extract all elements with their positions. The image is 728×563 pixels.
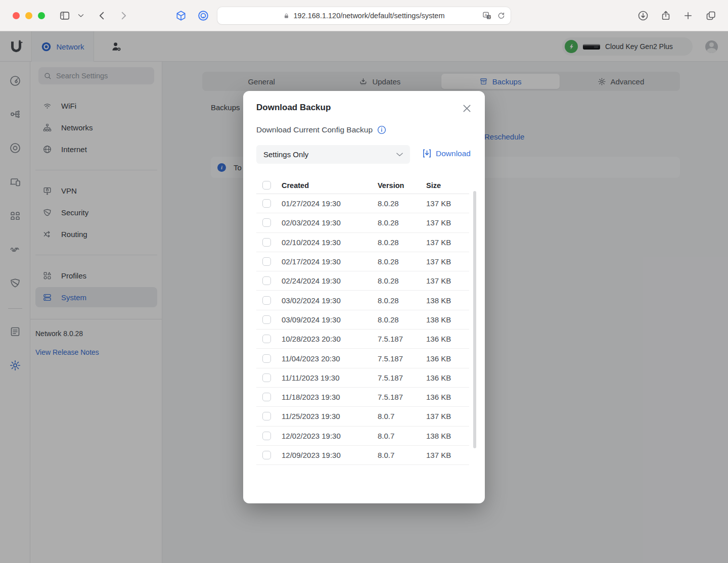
row-checkbox[interactable] xyxy=(262,451,271,459)
backup-scope-value: Settings Only xyxy=(263,150,308,159)
backup-row[interactable]: 11/18/2023 19:30 7.5.187 136 KB xyxy=(256,388,469,407)
backup-table: Created Version Size 01/27/2024 19:30 8.… xyxy=(256,177,469,465)
backup-version: 8.0.7 xyxy=(378,432,426,440)
row-checkbox[interactable] xyxy=(262,335,271,343)
row-checkbox[interactable] xyxy=(262,393,271,401)
backup-created: 12/09/2023 19:30 xyxy=(282,451,378,459)
sidebar-toggle-icon[interactable] xyxy=(59,10,70,21)
backup-size: 138 KB xyxy=(426,296,469,305)
backup-row[interactable]: 02/17/2024 19:30 8.0.28 137 KB xyxy=(256,252,469,271)
lock-icon xyxy=(283,13,290,19)
download-backup-modal: Download Backup Download Current Config … xyxy=(243,91,485,503)
backup-size: 137 KB xyxy=(426,412,469,420)
row-checkbox[interactable] xyxy=(262,199,271,208)
row-checkbox[interactable] xyxy=(262,315,271,324)
row-checkbox[interactable] xyxy=(262,354,271,363)
backup-row[interactable]: 11/04/2023 20:30 7.5.187 136 KB xyxy=(256,349,469,368)
extension-cube-icon[interactable] xyxy=(175,10,187,22)
backup-created: 01/27/2024 19:30 xyxy=(282,199,378,208)
sidebar-chevron-down-icon[interactable] xyxy=(78,14,84,18)
backup-created: 03/02/2024 19:30 xyxy=(282,296,378,305)
config-info-icon[interactable] xyxy=(377,125,386,134)
backup-row[interactable]: 02/03/2024 19:30 8.0.28 137 KB xyxy=(256,213,469,232)
chevron-down-icon xyxy=(396,153,403,157)
download-tray-icon xyxy=(422,149,432,158)
column-created: Created xyxy=(282,181,378,190)
zoom-window-button[interactable] xyxy=(38,12,45,19)
row-checkbox[interactable] xyxy=(262,276,271,285)
backup-size: 137 KB xyxy=(426,218,469,227)
address-bar[interactable]: 192.168.1.120/network/default/settings/s… xyxy=(217,7,511,24)
row-checkbox[interactable] xyxy=(262,257,271,266)
extension-1password-icon[interactable] xyxy=(198,10,209,22)
backup-row[interactable]: 02/24/2024 19:30 8.0.28 137 KB xyxy=(256,271,469,291)
backup-row[interactable]: 03/09/2024 19:30 8.0.28 138 KB xyxy=(256,310,469,330)
download-button-label: Download xyxy=(436,149,471,158)
screen: 192.168.1.120/network/default/settings/s… xyxy=(0,0,728,563)
row-checkbox[interactable] xyxy=(262,218,271,227)
row-checkbox[interactable] xyxy=(262,373,271,382)
tab-overview-icon[interactable] xyxy=(705,10,716,21)
backup-version: 8.0.28 xyxy=(378,238,426,247)
minimize-window-button[interactable] xyxy=(25,12,32,19)
backup-row[interactable]: 01/27/2024 19:30 8.0.28 137 KB xyxy=(256,194,469,213)
backup-size: 137 KB xyxy=(426,257,469,266)
select-all-checkbox[interactable] xyxy=(262,181,271,190)
backup-version: 8.0.28 xyxy=(378,257,426,266)
backup-version: 8.0.28 xyxy=(378,296,426,305)
column-version: Version xyxy=(378,181,426,190)
backup-scope-select[interactable]: Settings Only xyxy=(256,145,410,164)
config-backup-label: Download Current Config Backup xyxy=(256,125,373,134)
backup-row[interactable]: 02/10/2024 19:30 8.0.28 137 KB xyxy=(256,233,469,252)
backup-row[interactable]: 10/28/2023 20:30 7.5.187 136 KB xyxy=(256,330,469,349)
reload-icon[interactable] xyxy=(497,12,506,20)
window-controls xyxy=(13,12,45,19)
backup-version: 8.0.28 xyxy=(378,315,426,324)
url-text: 192.168.1.120/network/default/settings/s… xyxy=(293,12,444,20)
config-backup-row: Download Current Config Backup xyxy=(256,125,386,134)
backup-row[interactable]: 12/09/2023 19:30 8.0.7 137 KB xyxy=(256,446,469,465)
backup-created: 02/03/2024 19:30 xyxy=(282,218,378,227)
backup-created: 02/24/2024 19:30 xyxy=(282,276,378,285)
backup-size: 136 KB xyxy=(426,393,469,401)
close-icon[interactable] xyxy=(462,103,472,113)
backup-created: 11/18/2023 19:30 xyxy=(282,393,378,401)
backup-row[interactable]: 11/25/2023 19:30 8.0.7 137 KB xyxy=(256,407,469,426)
modal-scrollbar-thumb[interactable] xyxy=(473,191,476,448)
backup-row[interactable]: 11/11/2023 19:30 7.5.187 136 KB xyxy=(256,368,469,388)
backup-created: 03/09/2024 19:30 xyxy=(282,315,378,324)
backup-version: 8.0.7 xyxy=(378,451,426,459)
backup-created: 02/10/2024 19:30 xyxy=(282,238,378,247)
column-size: Size xyxy=(426,181,469,190)
backup-size: 136 KB xyxy=(426,373,469,382)
row-checkbox[interactable] xyxy=(262,432,271,440)
backup-size: 138 KB xyxy=(426,432,469,440)
backup-rows: 01/27/2024 19:30 8.0.28 137 KB 02/03/202… xyxy=(256,194,469,465)
back-button[interactable] xyxy=(97,10,108,21)
backup-size: 137 KB xyxy=(426,199,469,208)
browser-chrome: 192.168.1.120/network/default/settings/s… xyxy=(0,0,728,31)
row-checkbox[interactable] xyxy=(262,238,271,247)
close-window-button[interactable] xyxy=(13,12,20,19)
backup-created: 02/17/2024 19:30 xyxy=(282,257,378,266)
backup-created: 11/04/2023 20:30 xyxy=(282,354,378,363)
new-tab-icon[interactable] xyxy=(683,11,693,21)
row-checkbox[interactable] xyxy=(262,296,271,305)
backup-version: 8.0.28 xyxy=(378,199,426,208)
backup-created: 10/28/2023 20:30 xyxy=(282,335,378,343)
backup-created: 11/11/2023 19:30 xyxy=(282,373,378,382)
backup-created: 12/02/2023 19:30 xyxy=(282,432,378,440)
backup-row[interactable]: 12/02/2023 19:30 8.0.7 138 KB xyxy=(256,427,469,446)
downloads-icon[interactable] xyxy=(638,10,649,21)
modal-title: Download Backup xyxy=(256,103,331,113)
backup-version: 8.0.28 xyxy=(378,276,426,285)
translate-icon[interactable] xyxy=(482,11,492,21)
backup-version: 8.0.28 xyxy=(378,218,426,227)
share-icon[interactable] xyxy=(660,10,671,21)
backup-size: 137 KB xyxy=(426,276,469,285)
backup-size: 136 KB xyxy=(426,354,469,363)
download-button[interactable]: Download xyxy=(422,149,471,158)
row-checkbox[interactable] xyxy=(262,412,271,420)
backup-row[interactable]: 03/02/2024 19:30 8.0.28 138 KB xyxy=(256,291,469,310)
forward-button[interactable] xyxy=(118,10,129,21)
